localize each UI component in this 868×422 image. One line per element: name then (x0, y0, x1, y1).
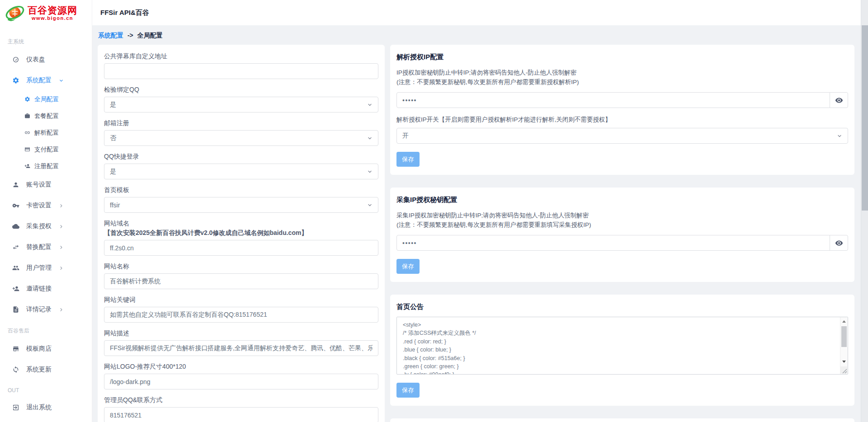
sidebar-item-swap[interactable]: 替换配置 (0, 237, 92, 258)
form-field: 管理员QQ&联系方式 (104, 396, 378, 422)
top-header: FFSir API&百谷 (92, 0, 868, 25)
page-scrollbar-thumb[interactable] (862, 25, 868, 211)
notice-card: 首页公告 <style>/* 添加CSS样式来定义颜色 */.red { col… (390, 295, 854, 406)
field-label-text: 网站名称 (104, 263, 129, 270)
parse-secret-input[interactable] (396, 92, 830, 108)
form-field: 公共弹幕库自定义地址 (104, 52, 378, 79)
brand-url: www.bigon.cn (28, 16, 77, 21)
field-label: 网站LOGO-推荐尺寸400*120 (104, 362, 378, 370)
sidebar-item-update[interactable]: 系统更新 (0, 359, 92, 380)
scroll-up-icon[interactable] (840, 318, 848, 325)
notice-line: .red { color: red; } (403, 338, 834, 346)
sidebar-item-person-add[interactable]: 注册配置 (0, 158, 92, 174)
textarea-scrollbar[interactable] (840, 317, 848, 374)
form-field: QQ快捷登录是 (104, 152, 378, 179)
field-label: QQ快捷登录 (104, 152, 378, 160)
people-icon (12, 264, 19, 272)
sidebar-section-label: 百谷售后 (0, 320, 92, 338)
collect-auth-save-button[interactable]: 保存 (396, 259, 420, 274)
parse-auth-desc: IP授权加密秘钥防止中转IP;请勿将密码告知他人-防止他人强制解密 (注意：不要… (396, 68, 848, 87)
form-field: 网站名称 (104, 262, 378, 289)
sidebar-item-label: 模板商店 (26, 345, 52, 353)
notice-title: 首页公告 (396, 303, 848, 311)
field-select[interactable]: ffsir (104, 197, 378, 213)
gear-icon (24, 96, 30, 102)
field-input[interactable] (104, 407, 378, 422)
breadcrumb-section-link[interactable]: 系统配置 (98, 32, 123, 39)
sidebar-item-store[interactable]: 模板商店 (0, 338, 92, 359)
collect-auth-card: 采集IP授权秘钥配置 采集IP授权加密秘钥防止中转IP;请勿将密码告知他人-防止… (390, 188, 854, 282)
field-input[interactable] (104, 273, 378, 289)
collect-secret-eye-button[interactable] (830, 235, 848, 251)
sidebar-item-file[interactable]: 详情记录 (0, 299, 92, 320)
sidebar-item-person[interactable]: 账号设置 (0, 174, 92, 195)
field-label-text: 网站描述 (104, 329, 129, 337)
key-icon (12, 202, 19, 209)
field-input[interactable] (104, 374, 378, 389)
collect-auth-desc-line2: (注意：不要频繁更新秘钥,每次更新所有用户都需要重新填写采集授权IP) (396, 220, 848, 230)
notice-textarea[interactable]: <style>/* 添加CSS样式来定义颜色 */.red { color: r… (396, 317, 848, 375)
field-label: 网站名称 (104, 262, 378, 270)
field-input[interactable] (104, 340, 378, 356)
bag-icon (24, 113, 30, 119)
sidebar-item-cloud[interactable]: 采集授权 (0, 216, 92, 237)
sidebar-item-card[interactable]: 支付配置 (0, 141, 92, 158)
form-field: 首页模板ffsir (104, 186, 378, 213)
select-value: 否 (110, 134, 116, 142)
sidebar-item-gauge[interactable]: 仪表盘 (0, 49, 92, 70)
sidebar-item-label: 用户管理 (26, 264, 52, 272)
notice-line: .lv { color: #00aaf0; } (403, 370, 834, 375)
collect-auth-title: 采集IP授权秘钥配置 (396, 196, 848, 204)
field-label: 网站描述 (104, 329, 378, 337)
sidebar-item-label: 采集授权 (26, 222, 52, 230)
parse-auth-save-button[interactable]: 保存 (396, 152, 420, 167)
gauge-icon (12, 56, 19, 63)
sidebar-item-logout[interactable]: 退出系统 (0, 397, 92, 418)
field-label: 检验绑定QQ (104, 85, 378, 94)
page-scrollbar[interactable] (861, 0, 868, 422)
brand-logo[interactable]: 百谷资源网 www.bigon.cn (0, 0, 92, 26)
parse-switch-value: 开 (402, 132, 409, 140)
field-input[interactable] (104, 240, 378, 256)
person-icon (12, 181, 19, 188)
breadcrumb-arrow: -> (127, 32, 133, 39)
resize-grip-icon[interactable] (840, 366, 847, 374)
field-select[interactable]: 否 (104, 130, 378, 146)
sidebar-item-link[interactable]: 解析配置 (0, 124, 92, 141)
sidebar: 百谷资源网 www.bigon.cn 主系统仪表盘系统配置全局配置套餐配置解析配… (0, 0, 92, 422)
content: 公共弹幕库自定义地址检验绑定QQ是邮箱注册否QQ快捷登录是首页模板ffsir网站… (92, 45, 868, 422)
field-label-text: 管理员QQ&联系方式 (104, 396, 162, 403)
sidebar-item-gear[interactable]: 系统配置 (0, 70, 92, 91)
collect-auth-desc: 采集IP授权加密秘钥防止中转IP;请勿将密码告知他人-防止他人强制解密 (注意：… (396, 211, 848, 230)
link-icon (24, 130, 30, 136)
form-field: 网站LOGO-推荐尺寸400*120 (104, 362, 378, 389)
field-input[interactable] (104, 307, 378, 323)
field-select[interactable]: 是 (104, 164, 378, 179)
sidebar-item-bag[interactable]: 套餐配置 (0, 108, 92, 124)
field-label: 首页模板 (104, 186, 378, 194)
sidebar-item-key[interactable]: 卡密设置 (0, 195, 92, 216)
form-field: 检验绑定QQ是 (104, 85, 378, 113)
field-input[interactable] (104, 63, 378, 79)
notice-save-button[interactable]: 保存 (396, 383, 420, 398)
breadcrumb: 系统配置 -> 全局配置 (92, 25, 868, 45)
field-label: 网站关键词 (104, 295, 378, 304)
field-label-note: 【首次安装2025全新百谷扶风计费v2.0修改成自己域名例如baidu.com】 (104, 229, 378, 237)
parse-secret-eye-button[interactable] (830, 92, 848, 108)
textarea-scroll-thumb[interactable] (841, 326, 847, 347)
sidebar-item-person-add[interactable]: 邀请链接 (0, 278, 92, 299)
file-icon (12, 306, 19, 313)
notice-line: .green { color: green; } (403, 362, 834, 370)
collect-secret-input[interactable] (396, 235, 830, 251)
form-field: 邮箱注册否 (104, 119, 378, 146)
parse-auth-desc-line2: (注意：不要频繁更新秘钥,每次更新所有用户都需要重新授权解析IP) (396, 77, 848, 87)
field-select[interactable]: 是 (104, 97, 378, 113)
sidebar-item-gear[interactable]: 全局配置 (0, 91, 92, 108)
parse-switch-select[interactable]: 开 (396, 128, 848, 144)
sidebar-item-people[interactable]: 用户管理 (0, 258, 92, 278)
globe-icon (5, 3, 25, 23)
scroll-down-icon[interactable] (840, 358, 848, 365)
app-title: FFSir API&百谷 (100, 9, 149, 17)
eye-icon (835, 96, 843, 104)
chevron-down-icon (367, 136, 373, 141)
